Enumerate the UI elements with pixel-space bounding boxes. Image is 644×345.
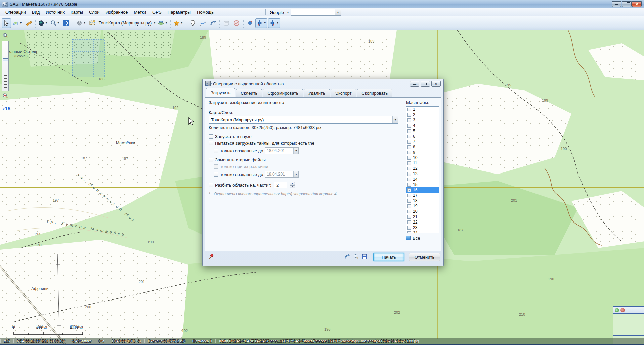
google-menu[interactable]: Google	[268, 9, 285, 16]
placemark-list-button[interactable]	[222, 18, 231, 28]
dialog-tab[interactable]: Удалить	[304, 89, 330, 97]
zoom-slider-handle[interactable]	[3, 58, 8, 61]
google-search-input[interactable]: ▼	[291, 9, 341, 16]
scale-row[interactable]: 22	[406, 219, 439, 225]
chevron-down-icon[interactable]: ▼	[165, 21, 168, 24]
scale-row[interactable]: 13	[406, 171, 439, 177]
zoom-slider[interactable]	[2, 41, 9, 91]
gps-options-button[interactable]: ▼	[268, 18, 280, 28]
chevron-down-icon[interactable]: ▼	[264, 21, 266, 24]
only-before-checkbox-1[interactable]	[214, 149, 218, 153]
scale-checkbox[interactable]	[407, 108, 411, 111]
zoom-out-button[interactable]	[2, 92, 9, 100]
dialog-minimize-button[interactable]: ▬	[410, 81, 419, 87]
scale-row[interactable]: 19	[406, 203, 439, 209]
selection-link-button[interactable]	[344, 254, 350, 260]
scale-checkbox[interactable]	[407, 151, 411, 154]
gps-track-button[interactable]: ▼	[255, 18, 267, 28]
scale-row[interactable]: 5	[406, 128, 439, 134]
dialog-title-bar[interactable]: Операции с выделенной областью ▬ ✕	[203, 79, 443, 88]
scale-row[interactable]: 23	[406, 225, 439, 230]
only-diff-checkbox[interactable]	[214, 164, 218, 169]
chevron-down-icon[interactable]: ▼	[287, 11, 289, 14]
date-select-1[interactable]: 18.04.201 ▼	[265, 147, 299, 154]
layers-button[interactable]: ▼	[157, 18, 169, 28]
date-select-2[interactable]: 18.04.201 ▼	[265, 171, 299, 178]
scale-checkbox[interactable]	[407, 135, 411, 138]
menu-item[interactable]: Карты	[68, 9, 86, 16]
scale-checkbox[interactable]	[407, 199, 411, 203]
minimize-button[interactable]: ▬	[612, 1, 621, 7]
scale-row[interactable]: 10	[406, 155, 439, 160]
scale-checkbox[interactable]	[407, 113, 411, 117]
combo-arrow-icon[interactable]: ▼	[335, 9, 341, 15]
save-selection-button[interactable]	[362, 254, 367, 260]
hide-marks-button[interactable]	[232, 18, 241, 28]
menu-item[interactable]: Операции	[2, 9, 29, 16]
menu-item[interactable]: Избранное	[103, 9, 131, 16]
chevron-down-icon[interactable]: ▼	[276, 21, 279, 24]
menu-item[interactable]: Вид	[29, 9, 43, 16]
scale-row[interactable]: 3	[406, 117, 439, 123]
only-before-checkbox-2[interactable]	[214, 172, 218, 177]
scale-checkbox[interactable]: ✓	[407, 188, 411, 192]
combo-arrow-icon[interactable]: ▼	[293, 148, 298, 154]
scale-checkbox[interactable]	[407, 140, 411, 144]
map-layer-select[interactable]: ТопоКарта (Маршруты.ру) ▼	[209, 116, 398, 124]
add-polygon-button[interactable]	[208, 18, 218, 28]
scale-checkbox[interactable]	[407, 156, 411, 160]
scale-row[interactable]: 14	[406, 177, 439, 182]
scale-checkbox[interactable]	[407, 220, 411, 224]
scale-checkbox[interactable]	[407, 167, 411, 170]
menu-item[interactable]: Источник	[43, 9, 68, 16]
menu-item[interactable]: Слои	[86, 9, 103, 16]
zoom-in-button[interactable]	[2, 32, 9, 39]
scale-checkbox[interactable]	[407, 194, 411, 197]
scale-checkbox[interactable]	[407, 204, 411, 208]
scale-row[interactable]: 1	[406, 107, 439, 112]
split-count-input[interactable]: 2	[274, 182, 287, 188]
close-button[interactable]: ✕	[632, 1, 642, 7]
map-selector-dropdown[interactable]: ▼	[153, 21, 156, 24]
combo-arrow-icon[interactable]: ▼	[392, 116, 398, 123]
scale-row[interactable]: 4	[406, 123, 439, 128]
tne-checkbox[interactable]	[209, 141, 213, 145]
map-type-button[interactable]	[88, 18, 97, 28]
scale-row[interactable]: 11	[406, 160, 439, 166]
spin-up-button[interactable]: ▲	[290, 182, 295, 185]
replace-checkbox[interactable]	[209, 158, 213, 162]
split-area-checkbox[interactable]	[209, 183, 213, 187]
combo-arrow-icon[interactable]: ▼	[293, 171, 298, 177]
dialog-tab[interactable]: Загрузить	[206, 88, 235, 97]
scale-checkbox[interactable]	[407, 118, 411, 122]
scale-checkbox[interactable]	[407, 145, 411, 149]
cache-mode-button[interactable]: ▼	[75, 18, 87, 28]
scale-row[interactable]: 12	[406, 166, 439, 171]
scale-checkbox[interactable]	[407, 226, 411, 230]
scale-row[interactable]: 20	[406, 209, 439, 214]
chevron-down-icon[interactable]: ▼	[83, 21, 86, 24]
scale-checkbox[interactable]	[407, 215, 411, 219]
dialog-restore-button[interactable]	[421, 81, 430, 87]
fullscreen-button[interactable]	[61, 18, 71, 28]
scale-checkbox[interactable]	[407, 231, 411, 234]
pin-selection-button[interactable]	[208, 253, 214, 261]
zoom-selection-button[interactable]	[353, 254, 359, 260]
selection-tool-button[interactable]: ▼	[12, 18, 23, 28]
magnifier-button[interactable]: ▼	[49, 18, 61, 28]
dialog-close-button[interactable]: ✕	[431, 81, 441, 87]
gps-connect-button[interactable]	[245, 18, 255, 28]
map-selector-label[interactable]: ТопоКарта (Маршруты.ру)	[98, 20, 153, 26]
select-cursor-button[interactable]	[2, 18, 11, 28]
scale-row[interactable]: 2	[406, 112, 439, 117]
menu-item[interactable]: Параметры	[165, 9, 194, 16]
dialog-tab[interactable]: Склеить	[236, 89, 262, 97]
spin-down-button[interactable]: ▼	[290, 185, 295, 188]
scale-checkbox[interactable]	[407, 172, 411, 176]
add-path-button[interactable]	[198, 18, 208, 28]
favorites-button[interactable]: ★ ▼	[173, 18, 184, 28]
scale-checkbox[interactable]	[407, 129, 411, 133]
chevron-down-icon[interactable]: ▼	[57, 21, 60, 24]
menu-item[interactable]: Метки	[131, 9, 149, 16]
chevron-down-icon[interactable]: ▼	[45, 21, 48, 24]
